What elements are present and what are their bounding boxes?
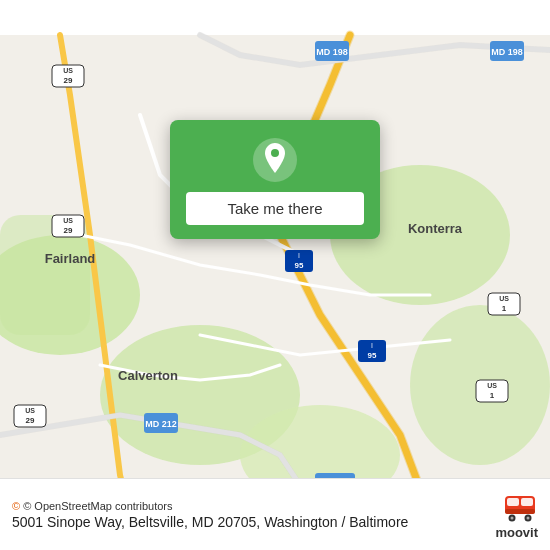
moovit-bus-icon [502, 489, 538, 525]
svg-text:Konterra: Konterra [408, 221, 463, 236]
svg-point-39 [271, 149, 279, 157]
svg-rect-43 [505, 509, 535, 514]
svg-text:US: US [499, 295, 509, 302]
svg-text:MD 198: MD 198 [491, 47, 523, 57]
location-pin-icon [261, 143, 289, 177]
svg-rect-42 [521, 498, 533, 506]
svg-text:1: 1 [502, 304, 507, 313]
address-block: © © OpenStreetMap contributors 5001 Sino… [12, 500, 408, 530]
svg-text:29: 29 [64, 226, 73, 235]
svg-point-46 [511, 517, 514, 520]
take-me-there-button[interactable]: Take me there [186, 192, 364, 225]
svg-text:29: 29 [26, 416, 35, 425]
svg-text:95: 95 [368, 351, 377, 360]
svg-text:US: US [25, 407, 35, 414]
attribution: © © OpenStreetMap contributors [12, 500, 408, 512]
location-icon-wrap [253, 138, 297, 182]
map-container: US 29 US 29 US 29 MD 198 MD 198 I 95 I 9… [0, 0, 550, 550]
svg-text:US: US [63, 67, 73, 74]
svg-text:US: US [487, 382, 497, 389]
svg-text:I: I [371, 342, 373, 349]
svg-point-47 [527, 517, 530, 520]
moovit-icon [502, 489, 538, 525]
map-background: US 29 US 29 US 29 MD 198 MD 198 I 95 I 9… [0, 0, 550, 550]
svg-text:29: 29 [64, 76, 73, 85]
svg-text:US: US [63, 217, 73, 224]
svg-text:1: 1 [490, 391, 495, 400]
svg-text:Calverton: Calverton [118, 368, 178, 383]
svg-text:Fairland: Fairland [45, 251, 96, 266]
moovit-text: moovit [495, 525, 538, 540]
bottom-bar: © © OpenStreetMap contributors 5001 Sino… [0, 478, 550, 550]
svg-rect-41 [507, 498, 519, 506]
svg-text:I: I [298, 252, 300, 259]
moovit-logo: moovit [495, 489, 538, 540]
address-text: 5001 Sinope Way, Beltsville, MD 20705, W… [12, 514, 408, 530]
attribution-text: © OpenStreetMap contributors [23, 500, 172, 512]
popup-card: Take me there [170, 120, 380, 239]
svg-text:MD 212: MD 212 [145, 419, 177, 429]
svg-text:95: 95 [295, 261, 304, 270]
openstreetmap-copyright: © [12, 500, 20, 512]
svg-text:MD 198: MD 198 [316, 47, 348, 57]
